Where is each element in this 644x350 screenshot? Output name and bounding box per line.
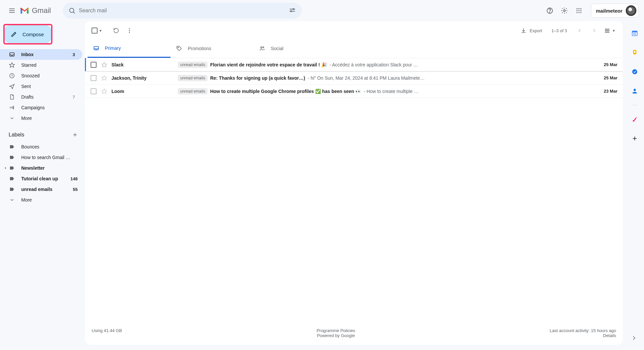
label-count: 55 xyxy=(73,187,80,192)
nav-label: Sent xyxy=(21,84,31,89)
row-checkbox[interactable] xyxy=(90,62,97,68)
label-count: 148 xyxy=(70,176,80,181)
tasks-addon[interactable] xyxy=(628,65,641,78)
tab-primary[interactable]: Primary xyxy=(88,39,171,58)
svg-point-46 xyxy=(634,89,636,91)
chevron-down-icon xyxy=(9,197,15,203)
nav-label: Inbox xyxy=(21,52,34,57)
nav-more[interactable]: More xyxy=(0,113,82,124)
campaign-icon xyxy=(9,105,15,111)
plus-icon xyxy=(72,132,78,138)
label-name: Bounces xyxy=(21,144,39,149)
svg-rect-32 xyxy=(605,30,609,31)
collapse-sidepanel[interactable] xyxy=(627,331,641,345)
svg-point-20 xyxy=(580,12,581,13)
density-button[interactable]: ▼ xyxy=(602,26,617,36)
calendar-icon: 31 xyxy=(631,30,638,37)
footer-policies[interactable]: Programme Policies xyxy=(317,328,355,333)
mail-row[interactable]: Slack unread emails Florian vient de rej… xyxy=(85,58,623,71)
hamburger-icon xyxy=(8,7,16,14)
menu-button[interactable] xyxy=(5,4,19,17)
label-name: Tutorial clean up xyxy=(21,176,58,181)
label-howto[interactable]: How to search Gmail by … xyxy=(0,152,85,163)
pager-next[interactable] xyxy=(588,24,601,37)
nav-inbox[interactable]: Inbox 3 xyxy=(0,49,82,60)
nav-snoozed[interactable]: Snoozed xyxy=(0,70,82,81)
search-button[interactable] xyxy=(65,4,79,17)
help-button[interactable] xyxy=(543,4,556,17)
tune-icon xyxy=(289,7,296,14)
calendar-addon[interactable]: 31 xyxy=(628,27,641,40)
svg-point-13 xyxy=(578,8,579,9)
svg-point-6 xyxy=(293,9,294,10)
svg-point-10 xyxy=(549,12,550,12)
row-checkbox[interactable] xyxy=(90,75,97,81)
label-unread[interactable]: unread emails 55 xyxy=(0,184,85,195)
label-icon xyxy=(9,155,15,160)
row-star[interactable] xyxy=(101,62,107,68)
svg-point-16 xyxy=(578,10,579,11)
nav-count: 3 xyxy=(73,52,77,57)
nav-campaigns[interactable]: Campaigns xyxy=(0,102,82,113)
meteor-icon xyxy=(631,116,638,123)
nav-starred[interactable]: Starred xyxy=(0,60,82,70)
svg-point-18 xyxy=(576,12,577,13)
row-star[interactable] xyxy=(101,75,107,81)
nav-sent[interactable]: Sent xyxy=(0,81,82,92)
nav-label: More xyxy=(21,116,32,121)
row-checkbox[interactable] xyxy=(90,88,97,94)
mail-tag: unread emails xyxy=(178,62,207,68)
nav-label: Starred xyxy=(21,62,36,68)
tab-label: Promotions xyxy=(188,46,211,51)
tab-promotions[interactable]: Promotions xyxy=(171,39,253,58)
account-button[interactable]: mailmeteor xyxy=(591,4,639,18)
star-icon xyxy=(9,62,15,68)
toolbar: ▼ Export 1–3 of 3 xyxy=(85,21,623,37)
get-addons-button[interactable] xyxy=(628,132,641,145)
label-icon xyxy=(9,187,15,192)
caret-down-icon: ▼ xyxy=(612,29,615,33)
tab-social[interactable]: Social xyxy=(253,39,336,58)
settings-button[interactable] xyxy=(558,4,571,17)
export-button[interactable]: Export xyxy=(517,26,546,36)
more-button[interactable] xyxy=(123,24,136,37)
gmail-logo[interactable]: Gmail xyxy=(20,6,51,15)
caret-down-icon: ▼ xyxy=(99,29,102,33)
compose-button[interactable]: Compose xyxy=(5,25,51,43)
labels-title: Labels xyxy=(9,132,24,138)
pager-prev[interactable] xyxy=(573,24,586,37)
mail-tag: unread emails xyxy=(178,88,207,94)
label-more[interactable]: More xyxy=(0,195,85,205)
nav-drafts[interactable]: Drafts 7 xyxy=(0,92,82,102)
more-vert-icon xyxy=(126,28,132,34)
file-icon xyxy=(9,94,15,100)
label-newsletter[interactable]: Newsletter xyxy=(0,163,85,173)
refresh-button[interactable] xyxy=(109,24,123,37)
svg-point-14 xyxy=(580,8,581,9)
refresh-icon xyxy=(113,28,119,34)
inbox-icon xyxy=(9,51,15,57)
gear-icon xyxy=(561,7,568,14)
mail-row[interactable]: Loom unread emails How to create multipl… xyxy=(85,85,623,98)
row-star[interactable] xyxy=(101,88,107,94)
avatar xyxy=(626,5,636,16)
svg-point-12 xyxy=(576,8,577,9)
apps-button[interactable] xyxy=(572,4,586,17)
keep-addon[interactable] xyxy=(628,46,641,59)
nav-label: Snoozed xyxy=(21,73,39,78)
pencil-icon xyxy=(11,31,17,38)
mail-row[interactable]: Jackson, Trinity unread emails Re: Thank… xyxy=(85,71,623,85)
search-options-button[interactable] xyxy=(286,4,299,17)
label-icon xyxy=(9,144,15,149)
contacts-addon[interactable] xyxy=(628,84,641,98)
mail-tag: unread emails xyxy=(178,75,207,81)
tab-label: Primary xyxy=(105,45,121,51)
add-label-button[interactable] xyxy=(70,130,80,139)
label-tutorial[interactable]: Tutorial clean up 148 xyxy=(0,173,85,184)
header: Gmail mailmeteor xyxy=(0,0,644,21)
search-input[interactable] xyxy=(79,8,286,14)
footer-details[interactable]: Details xyxy=(550,333,616,338)
select-all[interactable]: ▼ xyxy=(90,26,104,35)
mailmeteor-addon[interactable] xyxy=(628,113,641,126)
label-bounces[interactable]: Bounces xyxy=(0,141,85,152)
